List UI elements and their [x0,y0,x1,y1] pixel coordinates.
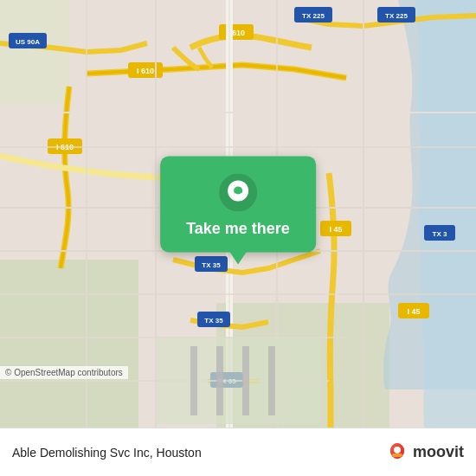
map-background: I 610 I 610 US 90A TX 225 TX 225 [0,0,476,428]
svg-rect-42 [268,346,275,415]
svg-text:TX 225: TX 225 [302,12,325,20]
svg-text:US 90A: US 90A [16,38,40,46]
map-container: I 610 I 610 US 90A TX 225 TX 225 [0,0,476,428]
map-attribution: © OpenStreetMap contributors [0,366,128,379]
moovit-logo: moovit [385,441,464,465]
svg-text:TX 35: TX 35 [202,261,221,269]
app: I 610 I 610 US 90A TX 225 TX 225 [0,0,476,476]
svg-text:TX 35: TX 35 [204,317,223,325]
take-me-card[interactable]: Take me there [160,156,316,252]
svg-rect-2 [0,0,69,104]
svg-text:I 45: I 45 [329,225,342,234]
svg-rect-39 [190,346,197,415]
location-pin-icon [219,173,257,211]
take-me-label: Take me there [186,220,290,238]
svg-rect-38 [156,338,320,424]
svg-text:TX 225: TX 225 [385,12,408,20]
svg-rect-40 [216,346,223,415]
svg-rect-49 [392,453,402,457]
location-name: Able Demolishing Svc Inc, Houston [12,446,202,460]
svg-text:I 610: I 610 [137,67,154,75]
bottom-bar: Able Demolishing Svc Inc, Houston moovit [0,428,476,476]
svg-point-48 [394,447,401,453]
moovit-pin-icon [385,441,409,465]
svg-text:I 45: I 45 [407,307,420,316]
svg-text:TX 3: TX 3 [433,230,447,238]
svg-point-45 [234,186,242,195]
moovit-text: moovit [413,443,464,461]
svg-rect-0 [0,260,138,428]
svg-rect-41 [242,346,249,415]
